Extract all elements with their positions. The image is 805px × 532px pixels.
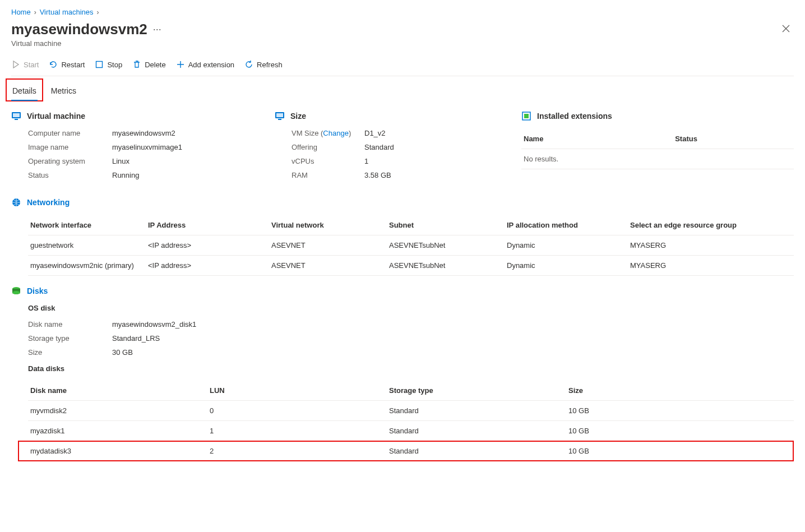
net-vnet: ASEVNET (271, 261, 389, 270)
table-row: myasewindowsvm2nic (primary) <IP address… (28, 256, 794, 276)
tab-metrics[interactable]: Metrics (50, 82, 77, 101)
vm-icon (11, 111, 21, 121)
trash-icon (132, 60, 141, 69)
dd-name: myvmdisk2 (30, 406, 210, 415)
os-disk-name-key: Disk name (28, 320, 112, 329)
refresh-button[interactable]: Refresh (244, 60, 283, 69)
breadcrumb-home[interactable]: Home (11, 8, 31, 16)
extension-icon (521, 111, 531, 121)
svg-point-11 (12, 291, 20, 294)
breadcrumb: Home › Virtual machines › (11, 8, 794, 16)
image-name-key: Image name (28, 143, 112, 151)
data-disks-table: Disk name LUN Storage type Size myvmdisk… (28, 381, 794, 461)
size-kv: VM Size (Change) D1_v2 Offering Standard… (275, 129, 510, 179)
add-extension-label: Add extension (188, 61, 234, 69)
os-size-key: Size (28, 348, 112, 357)
ext-section-head: Installed extensions (521, 111, 794, 121)
table-row: myazdisk1 1 Standard 10 GB (28, 421, 794, 441)
restart-button[interactable]: Restart (49, 60, 85, 69)
status-key: Status (28, 171, 112, 179)
dd-col-lun: LUN (210, 386, 389, 395)
chevron-right-icon: › (34, 8, 36, 16)
table-row: guestnetwork <IP address> ASEVNET ASEVNE… (28, 235, 794, 256)
start-label: Start (24, 61, 39, 69)
network-icon (11, 197, 21, 207)
net-col-alloc: IP allocation method (507, 221, 630, 229)
ext-col-name: Name (524, 135, 675, 143)
svg-rect-5 (276, 113, 283, 117)
dd-name: myazdisk1 (30, 427, 210, 435)
tab-details[interactable]: Details (11, 82, 38, 101)
disks-section-head[interactable]: Disks (11, 286, 794, 296)
svg-rect-8 (524, 114, 529, 118)
offering-key: Offering (292, 143, 364, 151)
dd-col-size: Size (568, 386, 792, 395)
size-section-title: Size (290, 112, 306, 121)
net-col-vnet: Virtual network (271, 221, 389, 229)
page-title: myasewindowsvm2 (11, 21, 147, 38)
dd-stype: Standard (389, 447, 568, 455)
table-row: mydatadisk3 2 Standard 10 GB (28, 441, 794, 461)
net-alloc: Dynamic (507, 261, 630, 270)
vm-kv: Computer name myasewindowsvm2 Image name… (11, 129, 263, 179)
dd-col-name: Disk name (30, 386, 210, 395)
disks-title: Disks (27, 286, 48, 295)
ram-value: 3.58 GB (364, 171, 510, 179)
delete-label: Delete (145, 61, 166, 69)
networking-table: Network interface IP Address Virtual net… (11, 215, 794, 276)
vm-size-key: VM Size (Change) (292, 129, 364, 137)
computer-name-key: Computer name (28, 129, 112, 137)
dd-size: 10 GB (568, 447, 792, 455)
vcpus-key: vCPUs (292, 157, 364, 165)
chevron-right-icon: › (97, 8, 99, 16)
close-button[interactable] (778, 21, 794, 38)
net-col-nic: Network interface (30, 221, 148, 229)
svg-rect-6 (278, 119, 281, 120)
os-value: Linux (112, 157, 263, 165)
page-subtitle: Virtual machine (11, 39, 794, 48)
vm-section-title: Virtual machine (27, 112, 85, 121)
net-col-ip: IP Address (148, 221, 271, 229)
close-icon (781, 24, 790, 33)
refresh-icon (244, 60, 253, 69)
stop-button[interactable]: Stop (95, 60, 122, 69)
dd-col-stype: Storage type (389, 386, 568, 395)
net-alloc: Dynamic (507, 241, 630, 249)
delete-button[interactable]: Delete (132, 60, 166, 69)
net-nic: guestnetwork (30, 241, 148, 249)
extensions-table: Name Status No results. (521, 129, 794, 169)
vm-section-head: Virtual machine (11, 111, 263, 121)
dd-lun: 0 (210, 406, 389, 415)
table-row: myvmdisk2 0 Standard 10 GB (28, 401, 794, 421)
net-vnet: ASEVNET (271, 241, 389, 249)
disk-icon (11, 286, 21, 296)
offering-value: Standard (364, 143, 510, 151)
restart-label: Restart (61, 61, 85, 69)
ram-key: RAM (292, 171, 364, 179)
more-icon[interactable]: ··· (153, 24, 161, 35)
net-col-rg: Select an edge resource group (630, 221, 792, 229)
vcpus-value: 1 (364, 157, 510, 165)
networking-title: Networking (27, 198, 70, 207)
stop-icon (95, 60, 104, 69)
start-button[interactable]: Start (11, 60, 39, 69)
computer-name-value: myasewindowsvm2 (112, 129, 263, 137)
breadcrumb-vms[interactable]: Virtual machines (40, 8, 94, 16)
os-key: Operating system (28, 157, 112, 165)
net-nic: myasewindowsvm2nic (primary) (30, 261, 148, 270)
dd-name: mydatadisk3 (30, 447, 210, 455)
os-disk-name-value: myasewindowsvm2_disk1 (112, 320, 794, 329)
tab-details-label: Details (12, 86, 36, 95)
play-icon (11, 60, 20, 69)
net-subnet: ASEVNETsubNet (389, 241, 507, 249)
change-size-link[interactable]: Change (323, 129, 349, 137)
refresh-label: Refresh (257, 61, 283, 69)
size-icon (275, 111, 285, 121)
os-size-value: 30 GB (112, 348, 794, 357)
vm-size-value: D1_v2 (364, 129, 510, 137)
dd-stype: Standard (389, 406, 568, 415)
add-extension-button[interactable]: Add extension (176, 60, 234, 69)
networking-section-head[interactable]: Networking (11, 197, 794, 207)
size-section-head: Size (275, 111, 510, 121)
ext-col-status: Status (675, 135, 792, 143)
